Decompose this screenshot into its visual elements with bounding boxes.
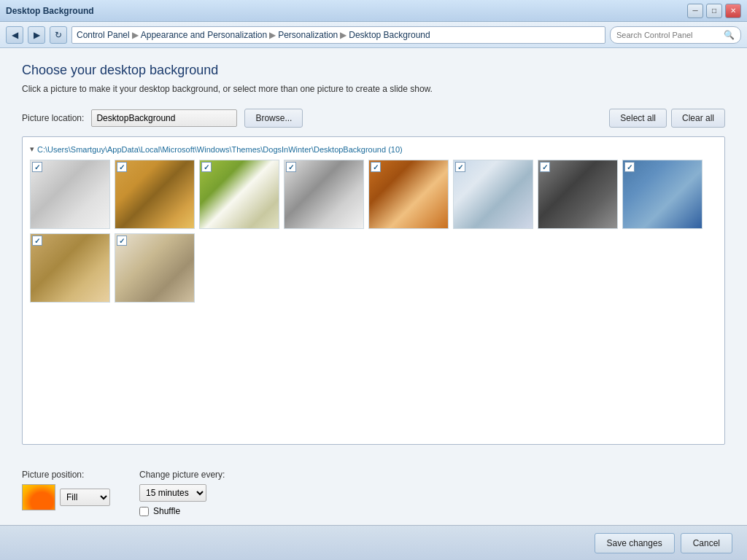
gallery-image-1 <box>31 160 109 228</box>
gallery-checkbox-4[interactable] <box>286 162 296 172</box>
search-icon: 🔍 <box>724 30 735 40</box>
gallery-image-8 <box>623 160 702 228</box>
picture-position-label: Picture position: <box>22 470 110 480</box>
list-item[interactable] <box>622 160 703 229</box>
minimize-button[interactable]: ─ <box>687 4 703 18</box>
select-all-button[interactable]: Select all <box>609 109 667 128</box>
gallery-checkbox-3[interactable] <box>201 162 212 172</box>
search-input[interactable] <box>616 31 721 39</box>
breadcrumb-control-panel[interactable]: Control Panel <box>77 30 130 40</box>
cancel-button[interactable]: Cancel <box>681 533 732 553</box>
gallery-checkbox-8[interactable] <box>624 162 635 172</box>
gallery-image-2 <box>115 160 194 228</box>
back-button[interactable]: ◀ <box>6 26 23 44</box>
picture-location-label: Picture location: <box>22 113 84 123</box>
gallery-checkbox-2[interactable] <box>117 162 127 172</box>
breadcrumb-appearance[interactable]: Appearance and Personalization <box>141 30 267 40</box>
picture-location-dropdown-wrapper: DesktopBackground <box>91 109 237 127</box>
shuffle-row: Shuffle <box>139 506 225 516</box>
gallery-grid <box>30 160 717 303</box>
footer-bar: Save changes Cancel <box>0 525 747 560</box>
breadcrumb-personalization[interactable]: Personalization <box>278 30 338 40</box>
list-item[interactable] <box>368 160 449 229</box>
shuffle-label: Shuffle <box>153 506 180 516</box>
bottom-section: Picture position: Fill Fit Stretch Tile … <box>0 459 747 525</box>
close-button[interactable]: ✕ <box>725 4 741 18</box>
gallery-image-9 <box>31 234 109 302</box>
picture-position-group: Picture position: Fill Fit Stretch Tile … <box>22 470 110 510</box>
controls-row: Picture location: DesktopBackground Brow… <box>22 109 725 128</box>
list-item[interactable] <box>538 160 618 229</box>
title-bar: Desktop Background ─ □ ✕ <box>0 0 747 22</box>
gallery-image-6 <box>454 160 533 228</box>
refresh-button[interactable]: ↻ <box>50 26 67 44</box>
breadcrumb-desktop-background[interactable]: Desktop Background <box>349 30 430 40</box>
window-controls: ─ □ ✕ <box>687 4 741 18</box>
gallery-image-10 <box>115 234 194 302</box>
list-item[interactable] <box>284 160 364 229</box>
maximize-button[interactable]: □ <box>706 4 722 18</box>
gallery-checkbox-6[interactable] <box>455 162 465 172</box>
gallery-checkbox-5[interactable] <box>371 162 381 172</box>
position-preview-image <box>22 484 55 510</box>
list-item[interactable] <box>115 233 195 303</box>
forward-button[interactable]: ▶ <box>28 26 45 44</box>
change-picture-dropdown[interactable]: 10 seconds 30 seconds 1 minute 2 minutes… <box>139 484 206 502</box>
right-buttons: Select all Clear all <box>609 109 725 128</box>
change-picture-label: Change picture every: <box>139 470 225 480</box>
list-item[interactable] <box>30 160 110 229</box>
gallery-checkbox-1[interactable] <box>32 162 42 172</box>
list-item[interactable] <box>453 160 533 229</box>
shuffle-checkbox[interactable] <box>139 507 149 516</box>
clear-all-button[interactable]: Clear all <box>671 109 725 128</box>
window-title: Desktop Background <box>6 6 94 16</box>
address-bar: ◀ ▶ ↻ Control Panel ▶ Appearance and Per… <box>0 22 747 48</box>
gallery-path: C:\Users\Smartguy\AppData\Local\Microsof… <box>30 144 717 154</box>
picture-position-dropdown[interactable]: Fill Fit Stretch Tile Center <box>60 489 110 506</box>
gallery-checkbox-10[interactable] <box>117 236 127 246</box>
search-bar: 🔍 <box>610 26 741 44</box>
breadcrumb: Control Panel ▶ Appearance and Personali… <box>71 26 605 44</box>
page-title: Choose your desktop background <box>22 63 725 78</box>
gallery-image-4 <box>285 160 363 228</box>
gallery-image-5 <box>369 160 448 228</box>
gallery-container: C:\Users\Smartguy\AppData\Local\Microsof… <box>22 136 725 445</box>
main-content: Choose your desktop background Click a p… <box>0 48 747 459</box>
gallery-checkbox-9[interactable] <box>32 236 42 246</box>
page-subtitle: Click a picture to make it your desktop … <box>22 84 725 94</box>
change-picture-row: 10 seconds 30 seconds 1 minute 2 minutes… <box>139 484 225 502</box>
gallery-image-3 <box>200 160 279 228</box>
gallery-image-7 <box>538 160 617 228</box>
list-item[interactable] <box>30 233 110 303</box>
list-item[interactable] <box>115 160 195 229</box>
browse-button[interactable]: Browse... <box>244 109 303 128</box>
picture-location-dropdown[interactable]: DesktopBackground <box>91 109 237 127</box>
gallery-checkbox-7[interactable] <box>540 162 550 172</box>
save-changes-button[interactable]: Save changes <box>595 533 675 553</box>
position-dropdown-row: Fill Fit Stretch Tile Center <box>22 484 110 510</box>
list-item[interactable] <box>199 160 279 229</box>
change-picture-group: Change picture every: 10 seconds 30 seco… <box>139 470 225 516</box>
